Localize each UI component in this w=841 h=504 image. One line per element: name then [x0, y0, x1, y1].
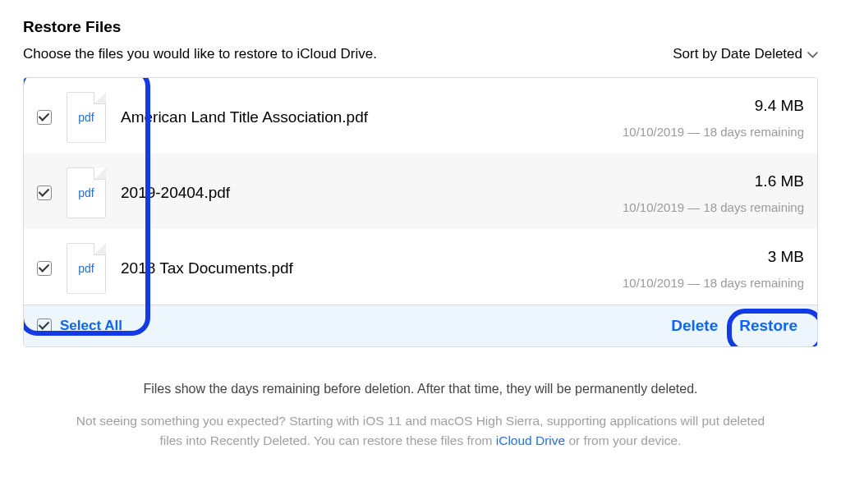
file-checkbox[interactable] [37, 186, 52, 200]
footer-secondary-text: Not seeing something you expected? Start… [72, 411, 769, 451]
actions-bar: Select All Delete Restore [24, 305, 817, 346]
file-deleted-info: 10/10/2019 — 18 days remaining [623, 200, 804, 214]
file-name: 2018 Tax Documents.pdf [121, 259, 608, 277]
select-all-checkbox[interactable] [37, 318, 52, 333]
file-size: 1.6 MB [730, 172, 804, 190]
file-size: 9.4 MB [730, 97, 804, 115]
file-checkbox[interactable] [37, 110, 52, 125]
sort-label: Sort by Date Deleted [673, 46, 802, 62]
restore-button[interactable]: Restore [733, 314, 804, 338]
page-title: Restore Files [23, 18, 818, 36]
file-type-icon: pdf [67, 92, 106, 143]
delete-button[interactable]: Delete [664, 314, 724, 338]
file-type-icon: pdf [67, 167, 106, 218]
file-type-icon: pdf [67, 243, 106, 294]
file-ext-label: pdf [78, 186, 94, 199]
footer-text-part: or from your device. [565, 433, 681, 447]
file-deleted-info: 10/10/2019 — 18 days remaining [623, 276, 804, 290]
file-list: pdf American Land Title Association.pdf … [23, 77, 818, 347]
file-row[interactable]: pdf 2019-20404.pdf 1.6 MB 10/10/2019 — 1… [24, 153, 817, 229]
file-deleted-info: 10/10/2019 — 18 days remaining [623, 125, 804, 139]
chevron-down-icon [807, 46, 818, 62]
page-description: Choose the files you would like to resto… [23, 46, 377, 62]
file-row[interactable]: pdf American Land Title Association.pdf … [24, 78, 817, 153]
footer-primary-text: Files show the days remaining before del… [72, 382, 769, 396]
file-ext-label: pdf [78, 262, 94, 275]
file-size: 3 MB [730, 248, 804, 266]
file-ext-label: pdf [78, 111, 94, 124]
sort-dropdown[interactable]: Sort by Date Deleted [673, 46, 818, 62]
file-row[interactable]: pdf 2018 Tax Documents.pdf 3 MB 10/10/20… [24, 229, 817, 305]
select-all-button[interactable]: Select All [60, 318, 122, 334]
icloud-drive-link[interactable]: iCloud Drive [496, 433, 565, 447]
file-name: American Land Title Association.pdf [121, 108, 608, 126]
file-checkbox[interactable] [37, 261, 52, 276]
file-name: 2019-20404.pdf [121, 184, 608, 202]
